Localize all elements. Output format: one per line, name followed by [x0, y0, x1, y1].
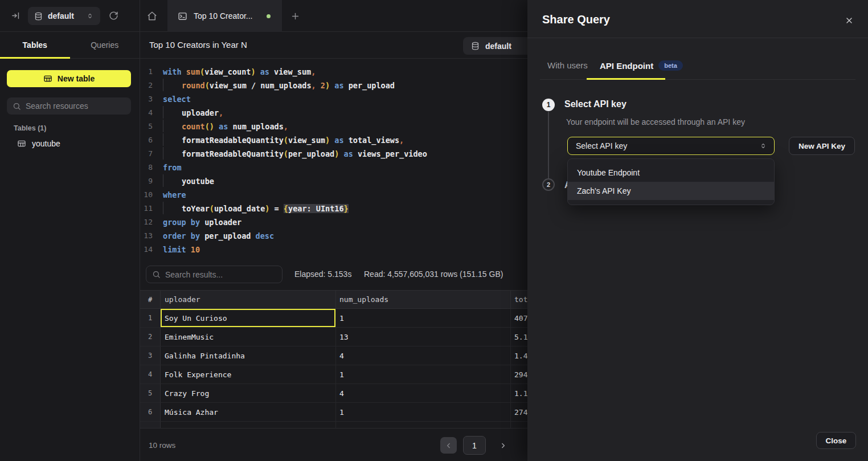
- resource-search[interactable]: [7, 97, 131, 115]
- cell-num-uploads[interactable]: 4: [336, 384, 511, 402]
- sql-token: desc: [251, 231, 274, 240]
- sql-token: num_uploads: [232, 122, 283, 131]
- sql-line: 5count() as num_uploads,: [140, 120, 527, 133]
- cell-row-index[interactable]: 5: [140, 384, 161, 402]
- sql-token: 10: [191, 245, 200, 254]
- sql-line: 6formatReadableQuantity(view_sum) as tot…: [140, 133, 527, 147]
- cell-row-index[interactable]: 6: [140, 403, 161, 421]
- sidebar-collapse-button[interactable]: [11, 11, 21, 21]
- new-api-key-button[interactable]: New API Key: [789, 137, 855, 155]
- api-key-option[interactable]: Zach's API Key: [568, 182, 774, 200]
- database-selector[interactable]: default: [28, 7, 100, 25]
- pagination-prev-button[interactable]: [440, 437, 457, 454]
- tab-with-users[interactable]: With users: [547, 60, 588, 70]
- sql-token: round: [182, 81, 205, 90]
- cell-num-uploads[interactable]: 1: [336, 309, 511, 327]
- cell-uploader[interactable]: Música Azhar: [161, 403, 336, 421]
- close-icon: [845, 16, 854, 25]
- sql-editor[interactable]: 1with sum(view_count) as view_sum,2round…: [140, 59, 527, 256]
- results-table: # uploader num_uploads tot 1Soy Un Curio…: [140, 290, 527, 428]
- api-key-select-value: Select API key: [576, 141, 759, 150]
- line-number: 2: [140, 79, 153, 92]
- results-search[interactable]: [146, 266, 282, 283]
- column-header-num-uploads: num_uploads: [336, 291, 511, 308]
- sql-token: (: [205, 81, 210, 90]
- line-number: 4: [140, 106, 153, 120]
- sql-token: total_views: [349, 136, 399, 145]
- cell-total-views[interactable]: 274: [511, 403, 527, 421]
- tab-tables[interactable]: Tables: [0, 32, 70, 58]
- table-icon: [43, 74, 52, 83]
- sidebar-tabs: Tables Queries: [0, 32, 140, 59]
- results-search-input[interactable]: [165, 270, 276, 279]
- table-row: 1Soy Un Curioso1407: [140, 309, 527, 328]
- cell-num-uploads[interactable]: 1: [336, 403, 511, 421]
- app-window: default Top 10 Creator...: [0, 0, 868, 461]
- sql-line-content: select: [153, 92, 191, 106]
- cell-total-views[interactable]: 1.1: [511, 384, 527, 402]
- sql-token: ,: [312, 81, 316, 90]
- database-icon: [471, 42, 480, 50]
- cell-row-index[interactable]: 1: [140, 309, 161, 327]
- cell-num-uploads[interactable]: 4: [336, 346, 511, 365]
- cell-row-index[interactable]: 4: [140, 365, 161, 384]
- home-icon: [147, 11, 157, 21]
- line-number: 14: [140, 243, 153, 256]
- sql-line: 2round(view_sum / num_uploads, 2) as per…: [140, 79, 527, 92]
- cell-uploader[interactable]: Galinha Pintadinha: [161, 346, 336, 365]
- sql-token: view_sum: [274, 67, 311, 76]
- sql-token: group by: [163, 218, 204, 227]
- sql-token: year: UInt16: [288, 204, 344, 213]
- sql-line: 9youtube: [140, 174, 527, 188]
- sql-line-content: where: [153, 188, 186, 202]
- sql-token: as: [256, 67, 275, 76]
- api-key-option[interactable]: Youtube Endpoint: [568, 164, 774, 182]
- refresh-button[interactable]: [109, 11, 118, 21]
- table-row-partial: [140, 422, 527, 428]
- step-connector-line: [548, 112, 549, 178]
- cell-total-views[interactable]: 294: [511, 365, 527, 384]
- sql-token: select: [163, 95, 191, 104]
- cell-uploader[interactable]: Crazy Frog: [161, 384, 336, 402]
- new-table-button[interactable]: New table: [7, 70, 131, 87]
- cell-row-index[interactable]: 3: [140, 346, 161, 365]
- tab-queries[interactable]: Queries: [70, 32, 140, 58]
- sql-line: 11toYear(upload_date) = {year: UInt16}: [140, 202, 527, 215]
- sql-token: ): [325, 136, 330, 145]
- pagination-next-button[interactable]: [494, 437, 511, 454]
- sql-token: (: [284, 136, 288, 145]
- chevrons-up-down-icon: [86, 12, 94, 20]
- pagination-page-button[interactable]: 1: [463, 436, 486, 455]
- indent-guide: [163, 147, 182, 160]
- cell-total-views[interactable]: 407: [511, 309, 527, 327]
- row-count: 10 rows: [149, 441, 175, 450]
- cell-num-uploads[interactable]: 13: [336, 328, 511, 346]
- query-header: Top 10 Creators in Year N default: [140, 32, 527, 59]
- sql-line-content: limit 10: [153, 243, 200, 256]
- new-tab-button[interactable]: [290, 11, 300, 21]
- line-number: 8: [140, 161, 153, 174]
- panel-close-icon-button[interactable]: [845, 16, 854, 25]
- sql-token: order by: [163, 231, 204, 240]
- resource-search-input[interactable]: [26, 101, 125, 111]
- sidebar-item-youtube[interactable]: youtube: [17, 139, 60, 148]
- home-button[interactable]: [147, 11, 157, 21]
- query-tab[interactable]: Top 10 Creator...: [167, 0, 282, 32]
- cell-row-index[interactable]: 2: [140, 328, 161, 346]
- cell-uploader[interactable]: Folk Experience: [161, 365, 336, 384]
- cell-num-uploads[interactable]: 1: [336, 365, 511, 384]
- sql-token: limit: [163, 245, 191, 254]
- search-icon: [13, 102, 21, 111]
- cell-uploader[interactable]: Soy Un Curioso: [161, 309, 336, 327]
- sql-token: uploader: [182, 108, 219, 117]
- database-selector-value: default: [48, 11, 81, 21]
- cell-uploader[interactable]: EminemMusic: [161, 328, 336, 346]
- cell-total-views[interactable]: 1.4: [511, 346, 527, 365]
- api-key-select[interactable]: Select API key: [567, 137, 775, 155]
- database-icon: [34, 12, 43, 21]
- close-button[interactable]: Close: [816, 432, 856, 449]
- step-2-badge: 2: [542, 178, 555, 191]
- tab-api-endpoint[interactable]: API Endpoint beta: [600, 60, 683, 71]
- cell-total-views[interactable]: 5.1: [511, 328, 527, 346]
- new-table-label: New table: [58, 74, 95, 83]
